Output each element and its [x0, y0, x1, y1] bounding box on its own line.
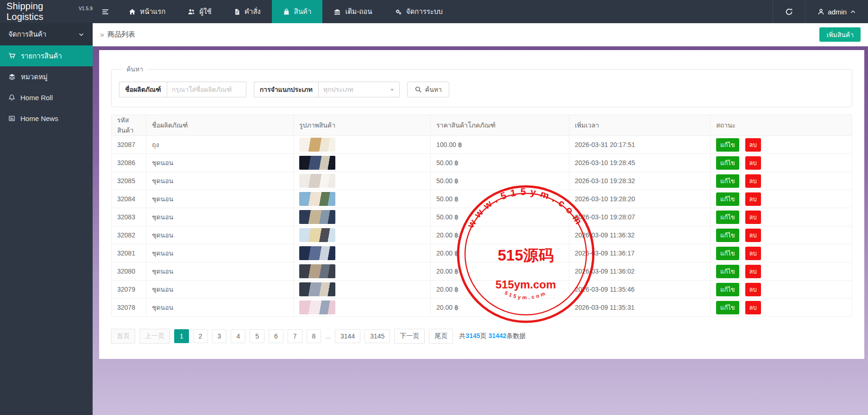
edit-button[interactable]: แก้ไข: [716, 192, 739, 206]
sidebar-section-products[interactable]: จัดการสินค้า: [0, 23, 93, 45]
page-number-button[interactable]: 3145: [365, 329, 390, 343]
delete-button[interactable]: ลบ: [745, 247, 761, 260]
user-menu[interactable]: admin: [805, 0, 868, 23]
delete-button[interactable]: ลบ: [745, 138, 761, 152]
column-header: สถานะ: [711, 115, 852, 136]
page-number-button[interactable]: 8: [307, 329, 321, 343]
column-header: ราคาสินค้าโภคภัณฑ์: [431, 115, 569, 136]
product-added-time: 2026-03-10 19:28:20: [569, 190, 711, 208]
product-price: 50.00 ฿: [431, 154, 569, 172]
table-row: 32084 ชุดนอน 50.00 ฿ 2026-03-10 19:28:20…: [112, 190, 852, 208]
page-number-button[interactable]: 3144: [335, 329, 360, 343]
content-area: ค้นหา ชื่อผลิตภัณฑ์ การจำแนกประเภท ทุกปร…: [93, 46, 868, 415]
edit-button[interactable]: แก้ไข: [716, 156, 739, 170]
breadcrumb-bar: » 商品列表 เพิ่มสินค้า: [93, 23, 868, 46]
page-last-button[interactable]: 尾页: [429, 329, 453, 344]
product-name-input[interactable]: [167, 82, 246, 97]
edit-button[interactable]: แก้ไข: [716, 265, 739, 278]
page-number-button[interactable]: 1: [174, 329, 189, 343]
edit-button[interactable]: แก้ไข: [716, 138, 739, 152]
table-row: 32079 ชุดนอน 20.00 ฿ 2026-03-09 11:35:46…: [112, 281, 852, 299]
edit-button[interactable]: แก้ไข: [716, 247, 739, 260]
home-icon: [129, 8, 136, 15]
person-icon: [818, 8, 824, 15]
product-name-label: ชื่อผลิตภัณฑ์: [119, 82, 167, 97]
category-selected-value: ทุกประเภท: [323, 84, 353, 95]
edit-button[interactable]: แก้ไข: [716, 229, 739, 242]
edit-button[interactable]: แก้ไข: [716, 301, 739, 314]
column-header: เพิ่มเวลา: [569, 115, 711, 136]
app-title: Shipping Logistics: [6, 1, 77, 22]
product-id: 32080: [112, 262, 146, 281]
delete-button[interactable]: ลบ: [745, 229, 761, 242]
chevron-down-icon: [78, 32, 84, 38]
refresh-icon: [785, 8, 793, 16]
layers-icon: [8, 73, 16, 80]
product-image: [299, 264, 335, 278]
delete-button[interactable]: ลบ: [745, 265, 761, 278]
category-select[interactable]: ทุกประเภท: [318, 82, 400, 97]
delete-button[interactable]: ลบ: [745, 174, 761, 188]
product-image: [299, 192, 335, 206]
delete-button[interactable]: ลบ: [745, 283, 761, 296]
product-name: ชุดนอน: [146, 299, 294, 317]
page-number-button[interactable]: 3: [212, 329, 227, 343]
topbar: Shipping Logistics V1.5.9 หน้าแรก ผู้ใช้…: [0, 0, 868, 23]
sidebar-item-label: หมวดหมู่: [21, 71, 48, 83]
table-row: 32081 ชุดนอน 20.00 ฿ 2026-03-09 11:36:17…: [112, 244, 852, 262]
nav-item-3[interactable]: คำสั่ง: [223, 0, 272, 23]
delete-button[interactable]: ลบ: [745, 156, 761, 170]
page-next-button[interactable]: 下一页: [394, 329, 425, 344]
nav-item-label: จัดการระบบ: [406, 6, 443, 17]
nav-item-6[interactable]: จัดการระบบ: [384, 0, 454, 23]
product-name: ชุดนอน: [146, 172, 294, 190]
main-nav: หน้าแรก ผู้ใช้ คำสั่ง สินค้า เติม-ถอน จั…: [118, 0, 454, 23]
product-added-time: 2026-03-09 11:36:02: [569, 262, 711, 281]
product-price: 20.00 ฿: [431, 262, 569, 281]
page-number-button[interactable]: 7: [288, 329, 302, 343]
product-id: 32087: [112, 136, 146, 154]
edit-button[interactable]: แก้ไข: [716, 174, 739, 188]
pagination-summary: 共3145页 31442条数据: [459, 332, 526, 340]
column-header: รหัสสินค้า: [112, 115, 146, 136]
product-image: [299, 228, 335, 242]
product-name: ชุดนอน: [146, 262, 294, 281]
sidebar-item-2[interactable]: หมวดหมู่: [0, 66, 93, 87]
nav-item-2[interactable]: ผู้ใช้: [176, 0, 222, 23]
product-image: [299, 138, 335, 152]
delete-button[interactable]: ลบ: [745, 301, 761, 314]
bag-icon: [283, 8, 290, 15]
edit-button[interactable]: แก้ไข: [716, 283, 739, 296]
add-product-button[interactable]: เพิ่มสินค้า: [819, 27, 861, 42]
sidebar-toggle-button[interactable]: [93, 0, 118, 23]
page-prev-button: 上一页: [139, 329, 170, 344]
product-price: 50.00 ฿: [431, 172, 569, 190]
product-price: 50.00 ฿: [431, 208, 569, 226]
delete-button[interactable]: ลบ: [745, 211, 761, 224]
page-number-button[interactable]: 5: [250, 329, 264, 343]
product-id: 32081: [112, 244, 146, 262]
search-button-label: ค้นหา: [425, 84, 442, 95]
app-version: V1.5.9: [79, 6, 93, 11]
refresh-button[interactable]: [773, 0, 805, 23]
sidebar-item-4[interactable]: Home News: [0, 108, 93, 129]
sidebar-item-label: รายการสินค้า: [21, 51, 62, 62]
product-added-time: 2026-03-10 19:28:45: [569, 154, 711, 172]
page-number-button[interactable]: 6: [269, 329, 283, 343]
edit-button[interactable]: แก้ไข: [716, 211, 739, 224]
sidebar-item-3[interactable]: Home Roll: [0, 87, 93, 108]
page-first-button: 首页: [111, 329, 135, 344]
page-number-button[interactable]: 2: [193, 329, 208, 343]
table-row: 32087 ถุง 100.00 ฿ 2026-03-31 20:17:51 แ…: [112, 136, 852, 154]
nav-item-4[interactable]: สินค้า: [272, 0, 323, 23]
product-id: 32086: [112, 154, 146, 172]
nav-item-1[interactable]: หน้าแรก: [118, 0, 176, 23]
nav-item-label: เติม-ถอน: [345, 6, 372, 17]
search-button[interactable]: ค้นหา: [407, 82, 449, 97]
sidebar-item-1[interactable]: รายการสินค้า: [0, 45, 93, 66]
product-name: ชุดนอน: [146, 208, 294, 226]
nav-item-5[interactable]: เติม-ถอน: [322, 0, 383, 23]
delete-button[interactable]: ลบ: [745, 192, 761, 206]
page-title: 商品列表: [107, 30, 135, 39]
page-number-button[interactable]: 4: [231, 329, 245, 343]
